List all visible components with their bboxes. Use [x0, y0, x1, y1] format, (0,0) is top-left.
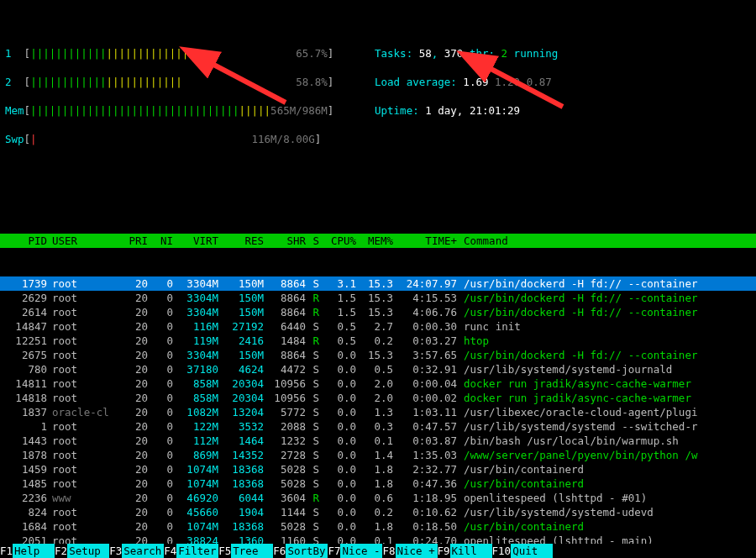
fkey-F4[interactable]: F4: [164, 545, 176, 557]
table-row[interactable]: 780root2003718046244472S0.00.50:32.91/us…: [0, 362, 756, 376]
col-ni[interactable]: NI: [148, 234, 173, 248]
mem-bar: Mem[||||||||||||||||||||||||||||||||||||…: [5, 103, 375, 118]
flabel-kill[interactable]: Kill: [450, 544, 492, 558]
flabel-setup[interactable]: Setup: [67, 544, 109, 558]
flabel-tree[interactable]: Tree: [231, 544, 273, 558]
cpu2-bar: 2 [|||||||||||||||||||||||| 58.8%]: [5, 75, 375, 89]
flabel-search[interactable]: Search: [122, 544, 164, 558]
uptime-line: Uptime: 1 day, 21:01:29: [375, 103, 520, 118]
flabel-nice -[interactable]: Nice -: [340, 544, 382, 558]
col-cmd[interactable]: Command: [457, 234, 508, 247]
fkey-F1[interactable]: F1: [0, 545, 13, 557]
header-meters: 1 [||||||||||||||||||||||||| 65.7%] Task…: [0, 29, 756, 162]
col-virt[interactable]: VIRT: [173, 234, 218, 248]
table-row[interactable]: 2614root2003304M150M8864R1.515.34:06.76/…: [0, 305, 756, 319]
fkey-F10[interactable]: F10: [492, 545, 512, 557]
table-row[interactable]: 2236www2004692060443604R0.00.61:18.95ope…: [0, 491, 756, 505]
col-time[interactable]: TIME+: [393, 234, 457, 248]
cpu1-bar: 1 [||||||||||||||||||||||||| 65.7%]: [5, 46, 375, 61]
fkey-F7[interactable]: F7: [328, 545, 340, 557]
swp-bar: Swp[| 116M/8.00G]: [5, 132, 375, 146]
load-line: Load average: 1.69 1.20 0.87: [375, 75, 552, 89]
footer-bar[interactable]: F1HelpF2SetupF3SearchF4FilterF5TreeF6Sor…: [0, 544, 756, 558]
fkey-F9[interactable]: F9: [438, 545, 450, 557]
fkey-F5[interactable]: F5: [218, 545, 231, 557]
col-pri[interactable]: PRI: [119, 234, 148, 248]
table-row[interactable]: 1684root2001074M183685028S0.01.80:18.50/…: [0, 519, 756, 534]
table-row[interactable]: 1root200122M35322088S0.00.30:47.57/usr/l…: [0, 419, 756, 434]
col-s[interactable]: S: [306, 234, 319, 248]
table-row[interactable]: 14811root200858M2030410956S0.02.00:00.04…: [0, 376, 756, 391]
table-row[interactable]: 1485root2001074M183685028S0.01.80:47.36/…: [0, 476, 756, 491]
table-row[interactable]: 14847root200116M271926440S0.52.70:00.30r…: [0, 319, 756, 334]
col-res[interactable]: RES: [218, 234, 264, 248]
fkey-F2[interactable]: F2: [55, 545, 67, 557]
table-row[interactable]: 1443root200112M14641232S0.00.10:03.87/bi…: [0, 434, 756, 448]
table-row[interactable]: 2629root2003304M150M8864R1.515.34:15.53/…: [0, 291, 756, 305]
col-cpu[interactable]: CPU%: [319, 234, 356, 248]
fkey-F6[interactable]: F6: [273, 545, 286, 557]
flabel-help[interactable]: Help: [13, 544, 55, 558]
process-table[interactable]: 1739root2003304M150M8864S3.115.324:07.97…: [0, 276, 756, 558]
table-row[interactable]: 1878root200869M143522728S0.01.41:35.03/w…: [0, 448, 756, 462]
table-row[interactable]: 1739root2003304M150M8864S3.115.324:07.97…: [0, 276, 756, 291]
table-row[interactable]: 2675root2003304M150M8864S0.015.33:57.65/…: [0, 348, 756, 362]
table-row[interactable]: 824root2004566019041144S0.00.20:10.62/us…: [0, 505, 756, 519]
flabel-sortby[interactable]: SortBy: [286, 544, 328, 558]
col-mem[interactable]: MEM%: [356, 234, 393, 248]
table-row[interactable]: 14818root200858M2030410956S0.02.00:00.02…: [0, 391, 756, 405]
col-user[interactable]: USER: [47, 234, 119, 248]
flabel-filter[interactable]: Filter: [176, 544, 218, 558]
flabel-nice +[interactable]: Nice +: [396, 544, 438, 558]
tasks-line: Tasks: 58, 370 thr; 2 running: [375, 46, 558, 61]
table-header[interactable]: PIDUSERPRINIVIRTRESSHRSCPU%MEM%TIME+Comm…: [0, 234, 756, 248]
table-row[interactable]: 12251root200119M24161484R0.50.20:03.27ht…: [0, 334, 756, 348]
table-row[interactable]: 1459root2001074M183685028S0.01.82:32.77/…: [0, 462, 756, 476]
table-row[interactable]: 1837oracle-cl2001082M132045772S0.01.31:0…: [0, 405, 756, 419]
fkey-F3[interactable]: F3: [109, 545, 122, 557]
terminal: 1 [||||||||||||||||||||||||| 65.7%] Task…: [0, 0, 756, 558]
flabel-quit[interactable]: Quit: [511, 544, 553, 558]
col-pid[interactable]: PID: [5, 234, 47, 248]
col-shr[interactable]: SHR: [264, 234, 306, 248]
fkey-F8[interactable]: F8: [382, 545, 395, 557]
